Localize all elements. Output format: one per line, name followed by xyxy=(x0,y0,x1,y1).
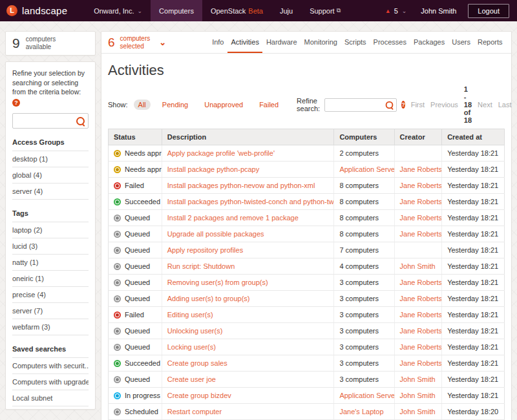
computer-link[interactable]: Jane's Laptop xyxy=(339,408,383,415)
computers-count: 4 computers xyxy=(339,262,379,270)
sidebar-item-computers-with-upgrades[interactable]: Computers with upgrades xyxy=(12,374,89,390)
nav-item-openstack[interactable]: OpenStackBeta xyxy=(202,0,271,21)
activity-link[interactable]: Install 2 packages and remove 1 package xyxy=(167,214,299,222)
sidebar-item-server-4[interactable]: server (4) xyxy=(12,184,89,200)
activity-link[interactable]: Create user joe xyxy=(167,375,216,383)
tab-users[interactable]: Users xyxy=(448,32,474,53)
sidebar-item-natty-1[interactable]: natty (1) xyxy=(12,255,89,271)
activity-link[interactable]: Upgrade all possible packages xyxy=(167,230,264,238)
tab-packages[interactable]: Packages xyxy=(410,32,448,53)
sidebar-item-server-7[interactable]: server (7) xyxy=(12,303,89,319)
pagination-previous[interactable]: Previous xyxy=(430,101,458,109)
column-header-creator[interactable]: Creator xyxy=(394,129,442,145)
table-row: QueuedApply repository profiles7 compute… xyxy=(109,242,505,258)
creator-link[interactable]: Jane Robertson xyxy=(400,295,442,302)
creator-link[interactable]: Jane Robertson xyxy=(400,311,442,319)
nav-item-onward-inc[interactable]: Onward, Inc.⌄ xyxy=(85,0,151,21)
created-at-cell: Yesterday 18:21 xyxy=(442,210,505,226)
activity-link[interactable]: Create group bizdev xyxy=(167,392,231,399)
created-at-value: Yesterday 18:21 xyxy=(447,262,498,270)
sidebar-item-oneiric-1[interactable]: oneiric (1) xyxy=(12,271,89,287)
activity-link[interactable]: Apply package profile 'web-profile' xyxy=(167,149,275,157)
creator-link[interactable]: Jane Robertson xyxy=(400,198,442,205)
activity-link[interactable]: Install packages python-nevow and python… xyxy=(167,182,315,189)
help-icon[interactable]: ? xyxy=(12,99,20,107)
column-header-created-at[interactable]: Created at xyxy=(442,129,505,145)
table-row: QueuedUnlocking user(s)3 computersJane R… xyxy=(109,323,505,339)
tab-hardware[interactable]: Hardware xyxy=(262,32,301,53)
computer-link[interactable]: Application Server 1 xyxy=(339,165,394,173)
alert-count: 5 xyxy=(394,7,398,15)
description-cell: Create group sales xyxy=(162,355,334,372)
tab-activities[interactable]: Activities xyxy=(227,32,262,53)
activity-link[interactable]: Apply repository profiles xyxy=(167,246,243,254)
status-label: Queued xyxy=(125,230,150,238)
creator-link[interactable]: Jane Robertson xyxy=(400,359,442,367)
creator-link[interactable]: John Smith xyxy=(400,392,436,399)
sidebar-item-computers-with-securit[interactable]: Computers with securit... xyxy=(12,358,89,374)
tab-info[interactable]: Info xyxy=(209,32,227,53)
sidebar-item-webfarm-3[interactable]: webfarm (3) xyxy=(12,319,89,335)
creator-link[interactable]: Jane Robertson xyxy=(400,327,442,335)
creator-link[interactable]: Jane Robertson xyxy=(400,343,442,351)
creator-link[interactable]: John Smith xyxy=(400,262,436,270)
pagination-next[interactable]: Next xyxy=(478,101,492,109)
nav-item-computers[interactable]: Computers xyxy=(151,0,202,21)
tab-monitoring[interactable]: Monitoring xyxy=(301,32,341,53)
filter-all[interactable]: All xyxy=(134,100,151,110)
creator-link[interactable]: John Smith xyxy=(400,408,436,415)
sidebar-item-local-subnet[interactable]: Local subnet xyxy=(12,390,89,406)
sidebar-item-global-4[interactable]: global (4) xyxy=(12,167,89,184)
sidebar-item-laptop-2[interactable]: laptop (2) xyxy=(12,222,89,238)
creator-link[interactable]: John Smith xyxy=(400,375,436,383)
status-cell: Succeeded xyxy=(114,198,156,205)
filter-failed[interactable]: Failed xyxy=(255,100,283,110)
column-header-computers[interactable]: Computers xyxy=(334,129,394,145)
filter-pending[interactable]: Pending xyxy=(158,100,193,110)
landscape-logo[interactable]: L landscape xyxy=(0,0,85,21)
nav-item-label: Juju xyxy=(280,7,293,15)
creator-link[interactable]: Jane Robertson xyxy=(400,165,442,173)
logo-text: landscape xyxy=(22,5,67,16)
creator-link[interactable]: Jane Robertson xyxy=(400,182,442,189)
activity-link[interactable]: Removing user(s) from group(s) xyxy=(167,278,268,286)
activity-link[interactable]: Install package python-pcapy xyxy=(167,165,259,173)
sidebar-item-desktop-1[interactable]: desktop (1) xyxy=(12,151,89,167)
activity-link[interactable]: Run script: Shutdown xyxy=(167,262,235,270)
search-icon[interactable] xyxy=(385,100,394,109)
nav-item-juju[interactable]: Juju xyxy=(271,0,301,21)
search-icon[interactable] xyxy=(76,116,85,126)
pagination-first[interactable]: First xyxy=(411,101,425,109)
sidebar-item-lucid-3[interactable]: lucid (3) xyxy=(12,238,89,255)
activity-link[interactable]: Editing user(s) xyxy=(167,311,213,319)
tab-scripts[interactable]: Scripts xyxy=(341,32,370,53)
creator-cell: Jane Robertson xyxy=(394,275,442,291)
created-at-value: Yesterday 18:21 xyxy=(447,375,498,383)
column-header-status[interactable]: Status xyxy=(109,129,162,145)
status-cell: Queued xyxy=(114,230,156,238)
nav-item-support[interactable]: Support⧉ xyxy=(301,0,349,21)
pagination-last[interactable]: Last xyxy=(498,101,512,109)
activity-link[interactable]: Install packages python-twisted-conch an… xyxy=(167,198,334,205)
activity-link[interactable]: Unlocking user(s) xyxy=(167,327,223,335)
creator-link[interactable]: Jane Robertson xyxy=(400,230,442,238)
chevron-down-icon: ⌄ xyxy=(159,37,166,47)
creator-cell: John Smith xyxy=(394,388,442,404)
creator-link[interactable]: Jane Robertson xyxy=(400,214,442,222)
computers-selected-dropdown[interactable]: 6 computers selected ⌄ xyxy=(108,32,166,53)
tab-reports[interactable]: Reports xyxy=(474,32,506,53)
filter-unapproved[interactable]: Unapproved xyxy=(200,100,248,110)
creator-link[interactable]: Jane Robertson xyxy=(400,278,442,286)
computer-link[interactable]: Application Server 1 xyxy=(339,392,394,399)
alerts-dropdown[interactable]: ▲ 5 ⌄ xyxy=(385,7,407,15)
status-failed-icon xyxy=(114,182,121,189)
activity-link[interactable]: Restart computer xyxy=(167,408,222,415)
activity-link[interactable]: Adding user(s) to group(s) xyxy=(167,295,250,302)
column-header-description[interactable]: Description xyxy=(162,129,334,145)
activity-link[interactable]: Create group sales xyxy=(167,359,227,367)
activity-link[interactable]: Locking user(s) xyxy=(167,343,216,351)
logout-button[interactable]: Logout xyxy=(468,4,509,18)
sidebar-item-precise-4[interactable]: precise (4) xyxy=(12,287,89,303)
status-label: Queued xyxy=(125,278,150,286)
tab-processes[interactable]: Processes xyxy=(370,32,410,53)
